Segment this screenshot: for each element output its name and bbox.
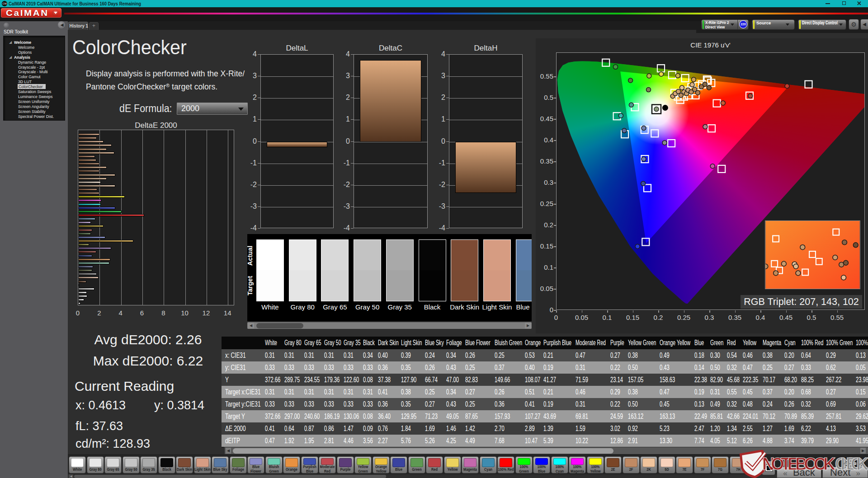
svg-text:CHECK: CHECK: [835, 455, 868, 473]
svg-text:NOTEBOOK: NOTEBOOK: [762, 455, 836, 473]
